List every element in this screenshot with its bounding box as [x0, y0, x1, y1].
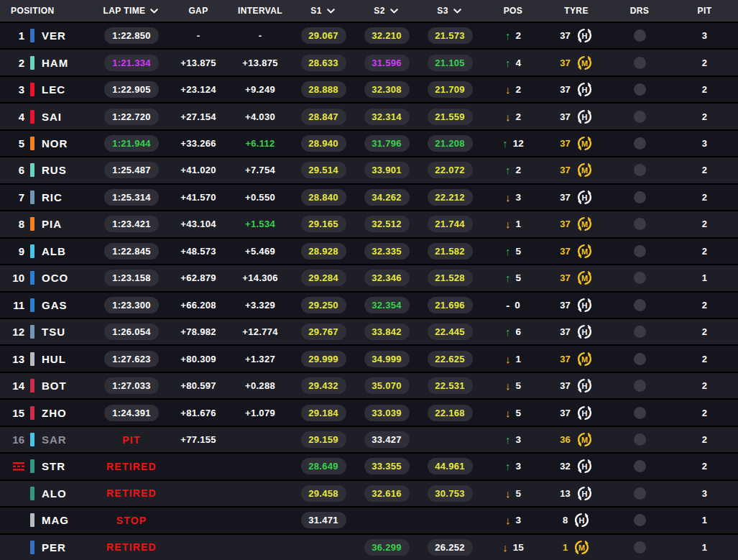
- driver-row-per[interactable]: PERRETIRED36.29926.252↓151M1: [0, 535, 738, 560]
- tyre-hard-icon: H: [576, 297, 593, 313]
- column-header-s3[interactable]: S3: [418, 6, 481, 17]
- drs-cell: [608, 50, 671, 75]
- pit-cell: 1: [671, 535, 738, 560]
- pit-cell: 2: [671, 427, 738, 452]
- driver-row-zho[interactable]: 15ZHO1:24.391+81.676+1.07929.18433.03922…: [0, 400, 738, 425]
- pit-cell: 2: [671, 454, 738, 479]
- lap-time-value: 1:24.391: [104, 405, 159, 421]
- driver-row-mag[interactable]: MAGSTOP31.471↓38H1: [0, 508, 738, 533]
- sector-s2-cell: 33.427: [355, 427, 418, 452]
- column-header-lap-time[interactable]: LAP TIME: [95, 6, 168, 17]
- pit-cell: 1: [671, 508, 738, 533]
- driver-row-sar[interactable]: 16SARPIT+77.15529.15933.427↑336M2: [0, 427, 738, 452]
- team-color-bar: [30, 191, 34, 204]
- driver-row-alb[interactable]: 9ALB1:22.845+48.573+5.46928.92832.33521.…: [0, 239, 738, 264]
- sector-s3-cell: 21.105: [418, 50, 481, 75]
- driver-row-pia[interactable]: 8PIA1:23.421+43.104+1.53429.16532.51221.…: [0, 211, 738, 237]
- sector-s1-value: 28.940: [301, 135, 346, 152]
- sector-s3-cell: 21.709: [418, 77, 481, 102]
- interval-value: +0.288: [245, 380, 275, 391]
- interval-cell: [229, 535, 292, 560]
- sector-s3-cell: 21.696: [418, 293, 481, 318]
- sector-s2-cell: 32.335: [355, 239, 418, 264]
- sector-s3-cell: 44.961: [418, 454, 481, 479]
- table-body: 1VER1:22.850--29.06732.21021.573↑237H32H…: [0, 22, 738, 560]
- sector-s1-value: 29.165: [301, 216, 346, 232]
- position-change-value: 3: [515, 434, 521, 445]
- driver-row-str[interactable]: STRRETIRED28.64933.35544.961↑332H2: [0, 454, 738, 479]
- driver-row-sai[interactable]: 4SAI1:22.720+27.154+4.03028.84732.31421.…: [0, 104, 738, 129]
- gap-value: +77.155: [180, 434, 216, 445]
- team-color-bar: [30, 110, 34, 124]
- driver-row-oco[interactable]: 10OCO1:23.158+62.879+14.30629.28432.3462…: [0, 265, 738, 290]
- position-number: 8: [4, 218, 24, 230]
- driver-row-rus[interactable]: 6RUS1:25.487+41.020+7.75429.51433.90122.…: [0, 157, 738, 183]
- driver-row-lec[interactable]: 3LEC1:22.905+23.124+9.24928.88832.30821.…: [0, 77, 738, 102]
- lap-time-cell: 1:21.944: [95, 131, 168, 156]
- drs-cell: [608, 211, 671, 237]
- drs-cell: [608, 239, 671, 264]
- svg-text:H: H: [581, 300, 587, 309]
- drs-indicator-icon: [634, 191, 646, 203]
- position-change-value: 2: [515, 30, 521, 41]
- gap-cell: +27.154: [168, 104, 229, 129]
- sector-s2-value: 34.262: [364, 189, 410, 206]
- retired-flag-icon: [13, 462, 24, 471]
- driver-row-nor[interactable]: 5NOR1:21.944+33.266+6.11228.94031.79621.…: [0, 131, 738, 156]
- sector-s3-cell: [418, 427, 481, 452]
- sector-s3-value: 21.573: [428, 27, 473, 44]
- position-up-arrow-icon: ↑: [505, 30, 511, 41]
- driver-cell: MAG: [0, 508, 95, 533]
- svg-text:M: M: [581, 139, 588, 148]
- pit-count: 2: [702, 326, 708, 337]
- driver-row-ham[interactable]: 2HAM1:21.334+13.875+13.87528.63331.59621…: [0, 50, 738, 75]
- gap-cell: +78.982: [168, 319, 229, 344]
- driver-row-bot[interactable]: 14BOT1:27.033+80.597+0.28829.43235.07022…: [0, 373, 738, 398]
- interval-cell: +3.329: [229, 293, 292, 318]
- pit-count: 2: [702, 246, 708, 257]
- lap-time-cell: 1:23.158: [95, 265, 168, 290]
- driver-code: ZHO: [42, 407, 67, 419]
- driver-cell: 15ZHO: [0, 400, 95, 425]
- position-up-arrow-icon: ↑: [505, 58, 511, 68]
- driver-row-tsu[interactable]: 12TSU1:26.054+78.982+12.77429.76733.8422…: [0, 319, 738, 344]
- pit-count: 2: [702, 354, 708, 364]
- gap-value: +33.266: [180, 138, 216, 149]
- position-change-value: 2: [515, 165, 521, 175]
- gap-value: +80.309: [180, 354, 216, 364]
- driver-cell: 10OCO: [0, 265, 95, 290]
- driver-row-alo[interactable]: ALORETIRED29.45832.61630.753↓513H3: [0, 481, 738, 506]
- column-header-label: DRS: [630, 6, 650, 16]
- svg-text:M: M: [581, 354, 588, 363]
- pit-cell: 2: [671, 50, 738, 75]
- sector-s2-value: 33.427: [364, 431, 410, 448]
- sector-s3-cell: [418, 508, 481, 533]
- status-text: PIT: [122, 434, 140, 446]
- svg-text:M: M: [581, 274, 588, 283]
- column-header-s1[interactable]: S1: [292, 6, 355, 17]
- position-up-arrow-icon: ↑: [505, 165, 511, 175]
- sector-s2-cell: 34.999: [355, 346, 418, 371]
- column-header-s2[interactable]: S2: [355, 6, 418, 17]
- driver-row-hul[interactable]: 13HUL1:27.623+80.309+1.32729.99934.99922…: [0, 346, 738, 371]
- sector-s2-value: 31.596: [364, 55, 410, 71]
- tyre-medium-icon: M: [576, 162, 593, 178]
- driver-row-ver[interactable]: 1VER1:22.850--29.06732.21021.573↑237H3: [0, 23, 738, 48]
- driver-code: OCO: [42, 272, 68, 284]
- position-change-cell: ↓2: [481, 104, 545, 129]
- sector-s3-value: 30.753: [428, 485, 473, 502]
- interval-value: +1.327: [245, 354, 275, 364]
- driver-row-gas[interactable]: 11GAS1:23.300+66.208+3.32929.25032.35421…: [0, 293, 738, 318]
- tyre-laps-count: 37: [560, 111, 570, 122]
- sector-s3-cell: 22.072: [418, 157, 481, 183]
- driver-cell: 7RIC: [0, 185, 95, 210]
- drs-indicator-icon: [634, 460, 646, 472]
- sector-s3-value: 21.528: [428, 270, 473, 286]
- position-change-cell: ↓3: [481, 185, 545, 210]
- driver-row-ric[interactable]: 7RIC1:25.314+41.570+0.55028.84034.26222.…: [0, 185, 738, 210]
- driver-code: ALO: [42, 487, 67, 500]
- svg-text:M: M: [581, 247, 588, 255]
- tyre-cell: 37M: [545, 157, 608, 183]
- column-header-label: LAP TIME: [103, 6, 146, 16]
- drs-indicator-icon: [634, 164, 646, 176]
